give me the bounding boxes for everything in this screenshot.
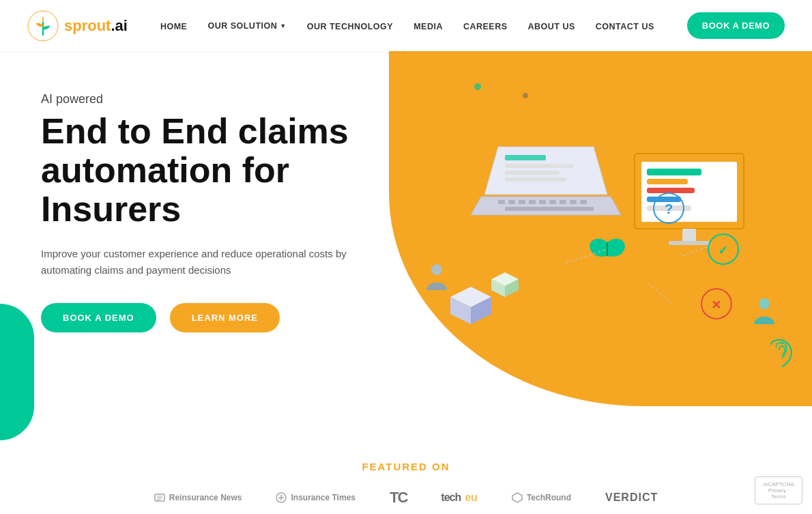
recaptcha-badge: reCAPTCHAPrivacy · Terms	[755, 476, 802, 504]
chevron-down-icon: ▼	[280, 23, 286, 29]
hero-subtitle: AI powered	[41, 92, 355, 106]
svg-rect-9	[505, 177, 566, 182]
svg-point-48	[781, 342, 783, 345]
hero-learn-more-button[interactable]: LEARN MORE	[170, 303, 280, 332]
hero-content: AI powered End to End claims automation …	[0, 51, 396, 360]
svg-text:✓: ✓	[718, 244, 728, 257]
featured-logo-techround: TechRound	[512, 492, 571, 503]
svg-rect-11	[498, 200, 505, 204]
featured-logo-techeu: tech eu	[441, 491, 478, 504]
svg-text:$: $	[623, 271, 630, 285]
nav-item-careers[interactable]: CAREERS	[463, 20, 508, 32]
nav-item-about-us[interactable]: ABOUT US	[528, 20, 575, 32]
featured-logos: Reinsurance News Insurance Times TC tech…	[27, 489, 785, 506]
logo[interactable]: sprout.ai	[27, 10, 128, 42]
insurance-times-icon	[276, 492, 287, 503]
nav-item-media[interactable]: MEDIA	[414, 20, 443, 32]
svg-rect-24	[647, 179, 688, 184]
featured-logo-techcrunch: TC	[390, 489, 407, 506]
featured-title: FEATURED ON	[27, 461, 785, 472]
nav-item-home[interactable]: HOME	[160, 20, 188, 32]
hero-book-demo-button[interactable]: BOOK A DEMO	[41, 303, 156, 332]
svg-rect-15	[539, 200, 546, 204]
nav-links: HOME OUR SOLUTION ▼ OUR TECHNOLOGY MEDIA…	[160, 20, 654, 32]
logo-text: sprout.ai	[64, 17, 128, 35]
svg-rect-17	[560, 200, 566, 204]
svg-text:✕: ✕	[711, 298, 721, 312]
svg-line-50	[682, 246, 710, 256]
hero-description: Improve your customer experience and red…	[41, 246, 355, 279]
featured-logo-reinsurance-news: Reinsurance News	[154, 492, 242, 503]
recaptcha-text: reCAPTCHAPrivacy · Terms	[761, 481, 796, 500]
svg-rect-6	[505, 155, 546, 160]
svg-point-1	[474, 83, 481, 90]
featured-section: FEATURED ON Reinsurance News Insurance T…	[0, 440, 812, 514]
svg-point-38	[431, 264, 442, 275]
nav-item-our-solution[interactable]: OUR SOLUTION ▼	[207, 21, 286, 31]
svg-point-3	[523, 93, 528, 98]
svg-rect-13	[519, 200, 525, 204]
hero-illustration-svg: ? ✓ ✕ $	[389, 72, 812, 420]
svg-point-39	[759, 298, 770, 309]
svg-line-51	[648, 283, 672, 304]
navbar: sprout.ai HOME OUR SOLUTION ▼ OUR TECHNO…	[0, 0, 812, 51]
svg-rect-19	[580, 200, 587, 204]
svg-rect-16	[549, 200, 556, 204]
featured-logo-verdict: VERDICT	[605, 491, 658, 504]
svg-rect-7	[505, 164, 573, 168]
nav-item-contact-us[interactable]: CONTACT US	[596, 20, 654, 32]
hero-title: End to End claims automation for Insurer…	[41, 112, 355, 229]
svg-rect-20	[505, 207, 594, 211]
hero-buttons: BOOK A DEMO LEARN MORE	[41, 303, 355, 332]
techround-icon	[512, 492, 523, 503]
svg-rect-28	[682, 229, 696, 242]
logo-icon	[27, 10, 59, 42]
nav-item-our-technology[interactable]: OUR TECHNOLOGY	[307, 20, 393, 32]
svg-rect-12	[508, 200, 515, 204]
hero-section: AI powered End to End claims automation …	[0, 51, 812, 440]
svg-rect-26	[647, 197, 681, 202]
svg-point-2	[503, 75, 507, 79]
svg-rect-29	[669, 241, 710, 245]
svg-rect-8	[505, 171, 560, 175]
book-demo-button[interactable]: BOOK A DEMO	[687, 12, 785, 39]
svg-rect-18	[570, 200, 577, 204]
reinsurance-news-icon	[154, 492, 165, 503]
svg-rect-14	[529, 200, 536, 204]
featured-logo-insurance-times: Insurance Times	[276, 492, 356, 503]
svg-text:?: ?	[665, 201, 673, 216]
svg-marker-10	[471, 197, 621, 215]
svg-rect-25	[647, 188, 695, 193]
hero-illustration: ? ✓ ✕ $	[389, 72, 812, 420]
svg-rect-23	[647, 169, 701, 175]
svg-point-4	[571, 80, 575, 84]
svg-marker-59	[512, 493, 522, 502]
